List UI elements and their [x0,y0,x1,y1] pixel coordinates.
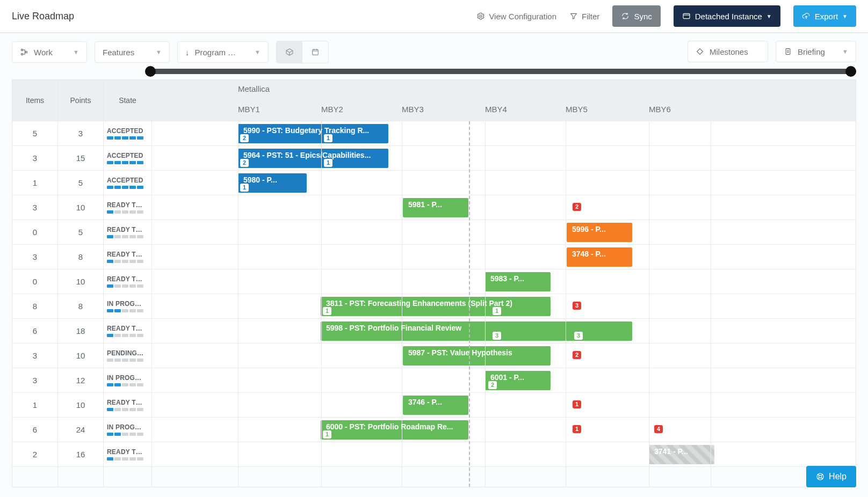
state-progress [107,235,143,238]
state-progress [107,284,143,288]
points-cell: 10 [58,393,103,418]
feature-bar[interactable]: 3748 - P... [567,247,632,267]
state-label: READY T… [107,325,148,332]
feature-bar[interactable]: 5987 - PST: Value Hypothesis [403,346,551,366]
items-cell: 1 [12,171,57,195]
help-label: Help [829,472,847,481]
feature-bar[interactable]: 5981 - P... [403,198,468,217]
sync-icon [621,12,630,20]
view-configuration-label: View Configuration [489,12,556,21]
feature-bar[interactable]: 3811 - PST: Forecasting Enhancements (Sp… [321,297,551,316]
timeline-row: 5987 - PST: Value Hypothesis2 [152,343,856,368]
state-cell: READY T… [104,319,151,343]
sprint-label: MBY1 [238,105,260,114]
state-cell: READY T… [104,442,151,467]
feature-bar-label: 3746 - P... [408,398,463,406]
feature-bar[interactable]: 3741 - P... [649,445,714,464]
dependency-badge[interactable]: 2 [573,351,581,359]
feature-bar-label: 5996 - P... [572,225,627,233]
sprint-label: MBY4 [485,105,507,114]
svg-rect-6 [786,49,790,55]
range-handle-end[interactable] [845,66,856,77]
state-progress [107,260,143,263]
dependency-badge[interactable]: 1 [573,425,581,433]
help-button[interactable]: Help [806,466,856,487]
state-label: IN PROG… [107,423,148,431]
svg-rect-1 [683,13,690,18]
timeline-row: 5998 - PST: Portfolio Financial Review33 [152,319,856,343]
state-cell: READY T… [104,245,151,269]
dependency-badge[interactable]: 4 [654,425,663,433]
timeline-row: 5964 - PST: 51 - Epics/Capabilities...21 [152,146,856,171]
chevron-down-icon: ▼ [842,48,848,55]
feature-bar-label: 6000 - PST: Portfolio Roadmap Re... [326,422,463,431]
feature-bar[interactable]: 5980 - P...1 [238,173,307,193]
points-cell: 15 [58,146,103,171]
feature-bar[interactable]: 6001 - P...2 [485,371,551,390]
briefing-label: Briefing [798,47,825,56]
feature-bar[interactable]: 5990 - PST: Budgetary Tracking R...21 [238,124,388,143]
feature-bar[interactable]: 6000 - PST: Portfolio Roadmap Re...1 [321,420,468,440]
points-cell: 5 [58,220,103,245]
feature-bar[interactable]: 5983 - P... [485,272,551,291]
feature-bar[interactable]: 5964 - PST: 51 - Epics/Capabilities...21 [238,149,388,168]
column-divider [238,121,238,487]
timeline-range-slider[interactable] [12,65,856,76]
work-dropdown[interactable]: Work ▼ [12,41,87,63]
state-label: READY T… [107,201,148,209]
features-dropdown[interactable]: Features ▼ [95,41,170,63]
feature-bar-label: 5981 - P... [408,200,463,209]
state-progress [107,359,143,362]
svg-rect-4 [26,52,27,53]
state-progress [107,383,143,386]
points-cell: 5 [58,171,103,195]
state-progress [107,334,143,337]
state-label: IN PROG… [107,374,148,382]
milestones-dropdown[interactable]: Milestones [688,41,768,62]
export-label: Export [815,12,838,21]
export-button[interactable]: Export ▼ [793,5,856,27]
timeline-row: 3811 - PST: Forecasting Enhancements (Sp… [152,294,856,319]
svg-rect-3 [21,54,23,55]
briefing-dropdown[interactable]: Briefing ▼ [776,41,856,62]
dependency-badge[interactable]: 3 [573,302,581,310]
state-label: READY T… [107,399,148,406]
state-label: ACCEPTED [107,152,148,159]
state-cell: IN PROG… [104,418,151,442]
detached-instance-label: Detached Instance [695,12,762,21]
calendar-icon [311,48,320,56]
points-cell: 10 [58,195,103,220]
hierarchy-icon [20,48,28,56]
column-header-state: State [104,80,151,121]
filter-link[interactable]: Filter [569,12,599,21]
feature-bar[interactable]: 5998 - PST: Portfolio Financial Review33 [321,321,632,341]
range-handle-start[interactable] [145,66,156,77]
bar-badge: 1 [323,430,331,438]
chevron-down-icon: ▼ [255,49,261,55]
detached-instance-button[interactable]: Detached Instance ▼ [674,5,780,27]
state-label: READY T… [107,275,148,283]
timeline-row: 3741 - P... [152,442,856,467]
dependency-badge[interactable]: 1 [573,400,581,408]
chevron-down-icon: ▼ [156,49,162,55]
sprint-label: MBY6 [649,105,671,114]
state-cell: IN PROG… [104,368,151,393]
box-view-button[interactable] [277,41,302,63]
state-label: READY T… [107,251,148,258]
sort-arrow-icon: ↓ [185,48,190,57]
range-track [149,69,856,74]
bar-badge: 3 [574,332,583,340]
view-configuration-link[interactable]: View Configuration [476,12,556,21]
calendar-view-button[interactable] [302,41,328,63]
sync-button[interactable]: Sync [612,5,660,27]
feature-bar[interactable]: 5996 - P... [567,223,632,242]
diamond-icon [696,47,704,56]
feature-bar-label: 3741 - P... [654,447,709,456]
timeline-row: 5980 - P...1 [152,171,856,195]
program-dropdown[interactable]: ↓ Program … ▼ [177,41,269,63]
dependency-badge[interactable]: 2 [573,203,581,211]
state-cell: READY T… [104,269,151,294]
state-cell: READY T… [104,393,151,418]
chevron-down-icon: ▼ [842,13,848,19]
feature-bar[interactable]: 3746 - P... [403,396,468,415]
